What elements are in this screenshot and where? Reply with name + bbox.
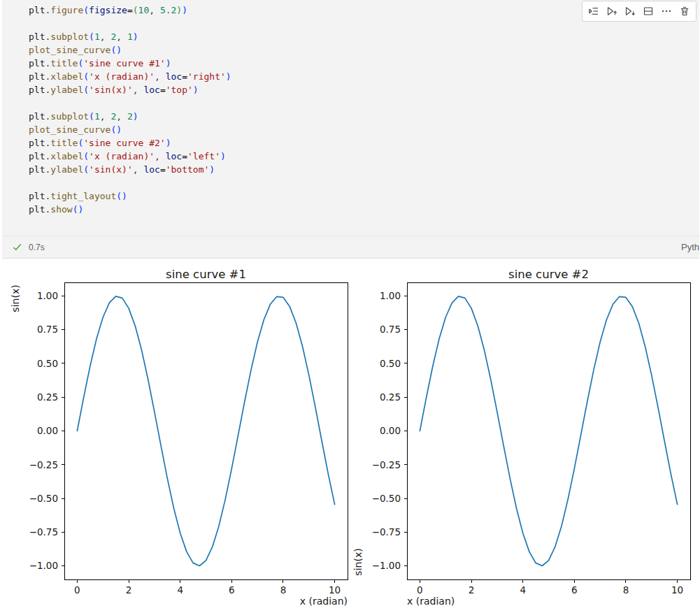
code-line: plt.show(): [29, 203, 699, 216]
sine-chart-2: 02468101.000.750.500.250.00−0.25−0.50−0.…: [350, 267, 700, 611]
x-tick-label: 0: [74, 584, 80, 596]
y-tick-label: 0.25: [37, 391, 58, 403]
plot-sine-curve-2: 02468101.000.750.500.250.00−0.25−0.50−0.…: [350, 267, 700, 611]
code-line: plt.xlabel('x (radian)', loc='left'): [29, 150, 699, 163]
x-tick-label: 6: [229, 584, 235, 596]
y-tick-label: 0.75: [380, 324, 401, 335]
y-tick-label: −0.50: [29, 493, 58, 504]
y-tick-label: 1.00: [37, 290, 58, 301]
y-tick-label: −0.25: [372, 459, 401, 470]
cell-toolbar: [582, 1, 697, 22]
run-below-icon: [624, 6, 636, 17]
code-line: plt.tight_layout(): [29, 189, 699, 203]
x-axis-label: x (radian): [300, 596, 348, 607]
code-line: [29, 176, 699, 189]
code-line: [29, 96, 699, 110]
code-line: plt.xlabel('x (radian)', loc='right'): [29, 70, 699, 83]
code-line: plot_sine_curve(): [29, 43, 699, 57]
cell-output: 02468101.000.750.500.250.00−0.25−0.50−0.…: [0, 259, 700, 611]
code-cell: plt.figure(figsize=(10, 5.2)) plt.subplo…: [0, 0, 700, 259]
more-actions-button[interactable]: [657, 3, 676, 20]
execute-below-button[interactable]: [621, 3, 639, 20]
run-by-line-icon: [588, 6, 599, 17]
code-line: plt.ylabel('sin(x)', loc='top'): [29, 83, 699, 96]
x-tick-label: 8: [623, 584, 629, 596]
kernel-label[interactable]: Pyth: [681, 242, 699, 252]
sine-chart-1: 02468101.000.750.500.250.00−0.25−0.50−0.…: [0, 267, 350, 611]
sine-line: [420, 296, 677, 566]
plot-sine-curve-1: 02468101.000.750.500.250.00−0.25−0.50−0.…: [0, 267, 350, 611]
x-tick-label: 2: [469, 584, 475, 596]
x-tick-label: 6: [571, 584, 578, 596]
axes-box: [64, 282, 348, 579]
x-tick-label: 8: [280, 584, 287, 596]
y-tick-label: −1.00: [29, 560, 58, 571]
y-tick-label: −0.25: [29, 459, 58, 470]
code-line: plt.subplot(1, 2, 1): [29, 30, 699, 43]
chart-title: sine curve #2: [508, 268, 589, 281]
y-tick-label: 0.50: [37, 358, 58, 369]
execute-above-button[interactable]: [603, 3, 621, 20]
code-line: plt.subplot(1, 2, 2): [29, 110, 699, 123]
delete-cell-button[interactable]: [676, 3, 694, 20]
y-tick-label: −0.75: [29, 526, 58, 538]
y-tick-label: −1.00: [372, 560, 401, 571]
axes-box: [407, 282, 690, 579]
chart-title: sine curve #1: [166, 268, 246, 281]
split-cell-icon: [643, 6, 654, 17]
notebook-cell-view: plt.figure(figsize=(10, 5.2)) plt.subplo…: [0, 0, 700, 613]
run-by-line-button[interactable]: [585, 3, 603, 20]
y-tick-label: 1.00: [380, 290, 401, 301]
y-axis-label: sin(x): [352, 548, 364, 575]
y-tick-label: 0.50: [380, 358, 401, 369]
ellipsis-icon: [661, 6, 672, 17]
x-tick-label: 4: [520, 584, 526, 596]
run-above-icon: [606, 6, 617, 17]
code-line: plt.title('sine curve #1'): [29, 57, 699, 70]
x-axis-label: x (radian): [407, 596, 455, 607]
cell-status-bar: 0.7s Pyth: [2, 236, 699, 259]
code-editor[interactable]: plt.figure(figsize=(10, 5.2)) plt.subplo…: [29, 3, 699, 216]
code-line: plot_sine_curve(): [29, 123, 699, 136]
execution-time: 0.7s: [29, 243, 45, 252]
y-axis-label: sin(x): [10, 284, 21, 312]
success-check-icon: [12, 242, 22, 252]
x-tick-label: 10: [329, 584, 341, 596]
split-cell-button[interactable]: [639, 3, 657, 20]
y-tick-label: 0.75: [37, 324, 58, 335]
sine-line: [77, 296, 334, 566]
trash-icon: [679, 6, 690, 17]
x-tick-label: 10: [671, 584, 683, 596]
y-tick-label: 0.25: [380, 391, 401, 403]
y-tick-label: −0.75: [372, 526, 401, 538]
x-tick-label: 0: [417, 584, 423, 596]
x-tick-label: 2: [126, 584, 132, 596]
code-editor-area: plt.figure(figsize=(10, 5.2)) plt.subplo…: [2, 0, 699, 236]
y-tick-label: −0.50: [372, 493, 401, 504]
x-tick-label: 4: [177, 584, 183, 596]
code-line: plt.ylabel('sin(x)', loc='bottom'): [29, 163, 699, 176]
code-line: plt.title('sine curve #2'): [29, 136, 699, 150]
y-tick-label: 0.00: [380, 425, 401, 436]
y-tick-label: 0.00: [37, 425, 58, 436]
